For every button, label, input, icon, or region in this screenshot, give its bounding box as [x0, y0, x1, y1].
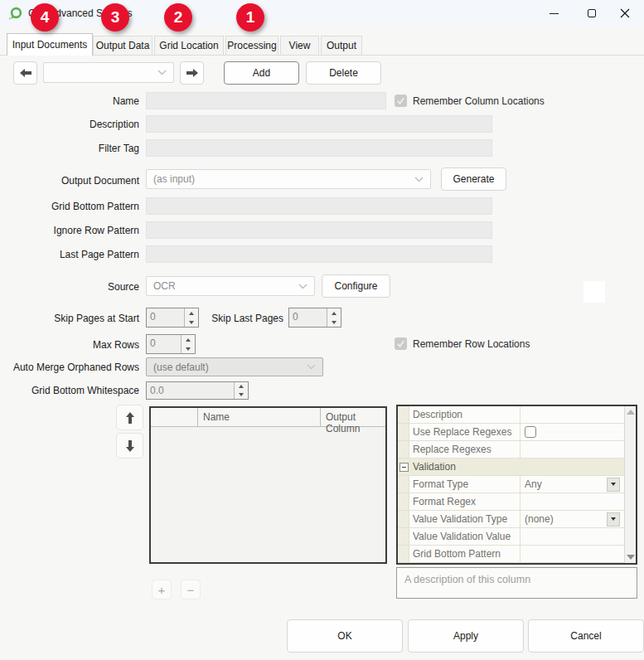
column-description-box[interactable]: A description of this column: [396, 567, 637, 599]
white-artifact: [583, 281, 605, 303]
property-row-value-validation-value[interactable]: Value Validation Value: [398, 528, 624, 546]
ok-button[interactable]: OK: [287, 619, 403, 653]
ignore-row-pattern-field[interactable]: [146, 221, 492, 239]
output-document-combo[interactable]: (as input): [146, 169, 431, 189]
spin-up-button[interactable]: [327, 308, 341, 318]
row-gutter: [398, 476, 409, 493]
add-button[interactable]: Add: [224, 61, 299, 85]
property-value[interactable]: Any: [521, 476, 624, 493]
tab-output[interactable]: Output: [321, 36, 362, 55]
auto-merge-orphaned-rows-label: Auto Merge Orphaned Rows: [3, 359, 139, 376]
auto-merge-orphaned-rows-value: (use default): [153, 362, 209, 373]
spin-up-button[interactable]: [235, 382, 248, 391]
arrow-left-icon: [18, 66, 33, 80]
minimize-button[interactable]: [535, 0, 573, 27]
property-value[interactable]: [521, 406, 624, 423]
move-column-up-button[interactable]: [116, 405, 143, 430]
property-value[interactable]: [521, 441, 624, 458]
columns-table[interactable]: Name Output Column: [149, 406, 387, 564]
dropdown-button[interactable]: [607, 512, 620, 527]
previous-item-button[interactable]: [13, 61, 37, 85]
add-button-label: Add: [253, 67, 270, 79]
annotation-badge-2: 2: [164, 3, 192, 32]
ok-button-label: OK: [337, 630, 351, 642]
close-icon: [620, 8, 630, 18]
last-page-pattern-label: Last Page Pattern: [3, 246, 139, 263]
property-label: Grid Bottom Pattern: [409, 546, 521, 562]
remove-row-button[interactable]: −: [181, 580, 201, 599]
property-row-format-regex[interactable]: Format Regex: [398, 493, 624, 511]
grid-bottom-whitespace-spinner[interactable]: 0.0: [146, 381, 249, 400]
item-selector-combo[interactable]: [43, 62, 174, 83]
plus-icon: +: [158, 583, 166, 597]
property-value[interactable]: (none): [521, 511, 624, 527]
tab-grid-location[interactable]: Grid Location: [154, 36, 224, 55]
remember-row-locations-checkbox[interactable]: [395, 337, 407, 350]
check-icon: [396, 96, 405, 105]
spinner-buttons[interactable]: [181, 335, 195, 353]
apply-button[interactable]: Apply: [408, 619, 524, 653]
column-description-placeholder: A description of this column: [404, 574, 530, 585]
property-label: Format Regex: [409, 493, 521, 510]
property-row-replace-regexes[interactable]: Replace Regexes: [398, 441, 624, 459]
collapse-minus-icon[interactable]: [399, 463, 409, 472]
source-combo[interactable]: OCR: [146, 276, 315, 296]
triangle-down-icon: [611, 483, 616, 486]
auto-merge-orphaned-rows-combo[interactable]: (use default): [146, 357, 323, 376]
name-field[interactable]: [146, 92, 386, 109]
row-gutter: [398, 441, 409, 458]
property-label: Use Replace Regexes: [409, 424, 521, 440]
max-rows-spinner[interactable]: 0: [146, 334, 196, 354]
property-row-grid-bottom-pattern[interactable]: Grid Bottom Pattern: [398, 546, 624, 563]
row-gutter: [398, 406, 409, 423]
arrow-up-icon: [123, 410, 137, 425]
filter-tag-field[interactable]: [146, 139, 492, 157]
skip-last-pages-spinner[interactable]: 0: [288, 308, 341, 328]
skip-pages-at-start-label: Skip Pages at Start: [3, 310, 139, 327]
spin-up-button[interactable]: [182, 335, 195, 344]
configure-button[interactable]: Configure: [322, 274, 390, 298]
header-cell-output-column: Output Column: [321, 408, 385, 426]
property-row-use-replace-regexes[interactable]: Use Replace Regexes: [398, 424, 624, 441]
last-page-pattern-field[interactable]: [146, 245, 492, 263]
tab-processing[interactable]: Processing: [225, 36, 278, 55]
next-item-button[interactable]: [180, 61, 204, 85]
property-row-description[interactable]: Description: [398, 406, 624, 424]
property-label: Format Type: [409, 476, 521, 493]
property-row-format-type[interactable]: Format Type Any: [398, 476, 624, 493]
add-row-button[interactable]: +: [152, 580, 172, 599]
use-replace-regexes-checkbox[interactable]: [525, 426, 536, 438]
property-group-validation[interactable]: Validation: [398, 459, 624, 476]
dropdown-button[interactable]: [607, 478, 620, 492]
property-value[interactable]: [521, 424, 624, 440]
cancel-button[interactable]: Cancel: [528, 619, 644, 653]
max-rows-value: 0: [147, 335, 181, 353]
triangle-down-icon: [611, 517, 616, 521]
remember-column-locations-checkbox[interactable]: [395, 95, 407, 107]
spin-down-button[interactable]: [327, 318, 341, 327]
tab-output-data[interactable]: Output Data: [93, 36, 153, 55]
property-value[interactable]: [521, 546, 624, 562]
generate-button[interactable]: Generate: [441, 167, 506, 191]
scroll-up-icon[interactable]: [627, 410, 635, 415]
property-grid-scrollbar[interactable]: [624, 406, 636, 563]
spinner-buttons[interactable]: [327, 308, 341, 327]
scroll-down-icon[interactable]: [627, 555, 635, 560]
spinner-buttons[interactable]: [234, 382, 248, 399]
tab-view[interactable]: View: [280, 36, 319, 55]
property-value[interactable]: [521, 493, 624, 510]
column-property-grid[interactable]: Description Use Replace Regexes Replace …: [396, 405, 637, 565]
spin-down-button[interactable]: [235, 391, 248, 399]
property-row-value-validation-type[interactable]: Value Validation Type (none): [398, 511, 624, 528]
tab-label: Output: [327, 40, 356, 51]
description-field[interactable]: [146, 115, 492, 133]
annotation-badge-3: 3: [101, 3, 129, 32]
move-column-down-button[interactable]: [116, 433, 143, 459]
delete-button[interactable]: Delete: [306, 61, 381, 85]
max-rows-label: Max Rows: [3, 337, 139, 353]
property-value[interactable]: [521, 528, 624, 545]
grid-bottom-pattern-field[interactable]: [146, 197, 492, 215]
close-button[interactable]: [606, 0, 644, 27]
tab-input-documents[interactable]: Input Documents: [7, 33, 93, 56]
spin-down-button[interactable]: [182, 344, 195, 353]
